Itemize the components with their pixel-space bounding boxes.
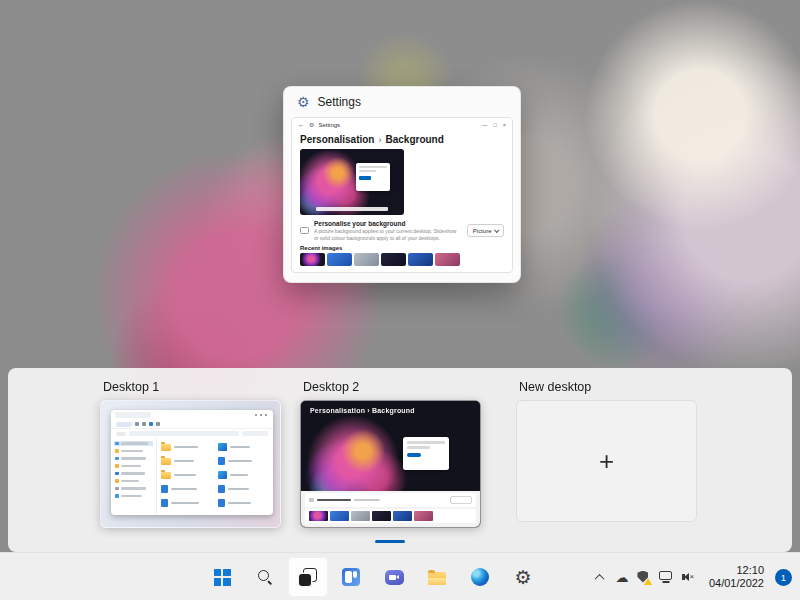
- plus-icon: +: [599, 448, 614, 474]
- settings-mock-recent-images: [305, 509, 476, 523]
- app-tile-icon: [218, 443, 227, 451]
- network-button[interactable]: [655, 557, 677, 597]
- chat-icon: [385, 570, 404, 585]
- desktop-1-label[interactable]: Desktop 1: [103, 380, 281, 394]
- gear-icon: ⚙: [309, 121, 314, 128]
- edge-button[interactable]: [460, 557, 500, 597]
- recent-image-thumb[interactable]: [381, 253, 406, 266]
- time: 12:10: [736, 564, 764, 578]
- mini-window-title: Settings: [318, 122, 340, 128]
- mock-taskbar: [316, 207, 389, 211]
- background-preview-image: [300, 149, 404, 215]
- preview-card-title: Settings: [318, 95, 361, 109]
- settings-window-thumbnail[interactable]: ← ⚙ Settings — □ × Personalisation › Bac…: [291, 117, 513, 273]
- desktop-1-group: Desktop 1: [100, 380, 281, 528]
- notification-count: 1: [781, 572, 786, 583]
- explorer-body: [111, 438, 273, 515]
- onedrive-button[interactable]: ☁: [611, 557, 633, 597]
- settings-mock-breadcrumb: Personalisation › Background: [310, 407, 415, 414]
- task-view-strip: Desktop 1: [8, 368, 792, 552]
- dropdown-value: Picture: [473, 228, 492, 234]
- widgets-icon: [342, 568, 360, 586]
- settings-button[interactable]: ⚙: [503, 557, 543, 597]
- task-view-button[interactable]: [288, 557, 328, 597]
- new-desktop-group: New desktop +: [516, 380, 697, 522]
- recent-image-thumb[interactable]: [354, 253, 379, 266]
- settings-gear-icon: ⚙: [514, 568, 531, 587]
- personalise-background-row: Personalise your background A picture ba…: [300, 220, 504, 241]
- personalise-row-title: Personalise your background: [314, 220, 462, 227]
- breadcrumb-separator: ›: [378, 135, 381, 145]
- back-icon: ←: [298, 121, 305, 128]
- volume-muted-icon: ×: [682, 573, 695, 581]
- desktop-2-label[interactable]: Desktop 2: [303, 380, 481, 394]
- widgets-button[interactable]: [331, 557, 371, 597]
- explorer-sidebar: [111, 438, 157, 515]
- image-icon: [300, 227, 309, 234]
- minimize-icon: —: [482, 122, 488, 128]
- chevron-down-icon: [494, 227, 499, 232]
- recent-images-label: Recent images: [300, 245, 504, 251]
- file-explorer-button[interactable]: [417, 557, 457, 597]
- recent-images-row: [300, 253, 504, 266]
- settings-window-preview-card[interactable]: ⚙ Settings ← ⚙ Settings — □ × Personalis…: [283, 86, 521, 283]
- explorer-toolbar: [111, 420, 273, 429]
- hidden-icons-button[interactable]: [589, 557, 611, 597]
- explorer-titlebar: [111, 410, 273, 420]
- maximize-icon: □: [493, 122, 496, 128]
- recent-image-thumb[interactable]: [435, 253, 460, 266]
- security-button[interactable]: [633, 557, 655, 597]
- mini-window-titlebar: ← ⚙ Settings — □ ×: [292, 118, 512, 131]
- new-desktop-button[interactable]: +: [516, 400, 697, 522]
- document-icon: [161, 499, 168, 507]
- personalise-row-description: A picture background applies to your cur…: [314, 228, 462, 241]
- task-view-icon: [299, 568, 317, 586]
- clock[interactable]: 12:10 04/01/2022: [703, 557, 770, 597]
- document-icon: [161, 485, 168, 493]
- folder-icon: [161, 458, 171, 465]
- edge-icon: [471, 568, 489, 586]
- chevron-up-icon: [595, 573, 605, 583]
- file-explorer-mock-window: [111, 410, 273, 515]
- folder-icon: [161, 444, 171, 451]
- notification-badge[interactable]: 1: [775, 569, 792, 586]
- network-icon: [659, 571, 672, 580]
- search-button[interactable]: [245, 557, 285, 597]
- shield-warning-icon: [637, 571, 650, 584]
- file-explorer-icon: [428, 572, 446, 585]
- chat-button[interactable]: [374, 557, 414, 597]
- explorer-file-grid: [157, 438, 273, 515]
- recent-image-thumb[interactable]: [408, 253, 433, 266]
- start-button[interactable]: [202, 557, 242, 597]
- breadcrumb: Personalisation › Background: [292, 131, 512, 147]
- taskbar: ⚙ ☁ × 12:10 04/01/2022 1: [0, 552, 800, 600]
- new-desktop-label: New desktop: [519, 380, 697, 394]
- desktop-1-thumbnail[interactable]: [100, 400, 281, 528]
- preview-card-header: ⚙ Settings: [284, 87, 520, 117]
- settings-app-icon: ⚙: [297, 95, 310, 109]
- breadcrumb-root: Personalisation: [300, 134, 374, 145]
- settings-mock-bloom-image: [301, 401, 480, 491]
- desktop-2-group: Desktop 2 Personalisation › Background: [300, 380, 481, 528]
- settings-mock-bottom-panel: [301, 491, 480, 527]
- recent-image-thumb[interactable]: [300, 253, 325, 266]
- taskbar-center-group: ⚙: [202, 557, 543, 597]
- windows-logo-icon: [214, 569, 231, 586]
- folder-icon: [161, 472, 171, 479]
- date: 04/01/2022: [709, 577, 764, 591]
- window-controls: — □ ×: [482, 122, 506, 128]
- search-icon: [257, 569, 273, 585]
- cloud-icon: ☁: [615, 571, 628, 584]
- personalise-row-texts: Personalise your background A picture ba…: [314, 220, 462, 241]
- settings-mock-card: [403, 437, 449, 470]
- active-desktop-indicator: [375, 540, 405, 543]
- volume-button[interactable]: ×: [677, 557, 699, 597]
- task-view-screen: ⚙ Settings ← ⚙ Settings — □ × Personalis…: [0, 0, 800, 600]
- breadcrumb-page: Background: [385, 134, 443, 145]
- app-tile-icon: [218, 471, 227, 479]
- document-icon: [218, 485, 225, 493]
- desktop-2-thumbnail[interactable]: Personalisation › Background: [300, 400, 481, 528]
- recent-image-thumb[interactable]: [327, 253, 352, 266]
- background-type-dropdown[interactable]: Picture: [467, 224, 504, 237]
- settings-mock-personalise-row: [305, 493, 476, 507]
